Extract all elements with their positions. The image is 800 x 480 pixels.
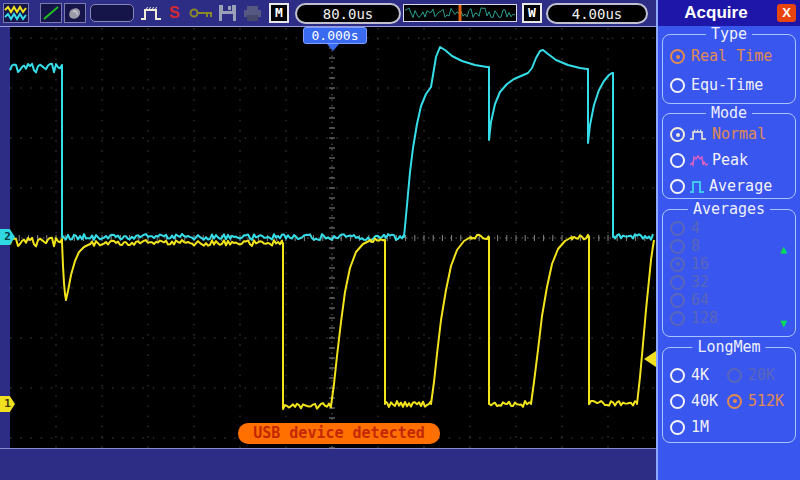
radio-icon <box>670 78 685 93</box>
radio-icon <box>670 239 685 254</box>
option-label: 128 <box>691 309 718 328</box>
graticule-area <box>10 27 656 448</box>
mode-section: Mode Normal Peak <box>662 113 796 199</box>
option-label: 1M <box>691 418 709 437</box>
radio-avg-8[interactable]: 8 <box>663 237 795 255</box>
time-offset-pointer-icon <box>327 44 339 51</box>
average-pulse-icon <box>689 179 705 194</box>
acquire-pulse-icon <box>140 3 164 23</box>
radio-icon <box>670 153 685 168</box>
bottom-status-bar: DC 20 1.00V DC 20 1.00V CH1 920mV 0.0000… <box>0 448 656 480</box>
option-label: 64 <box>691 291 709 310</box>
normal-pulse-icon <box>689 127 708 142</box>
top-status-bar: S M 80.0us W 4.00us <box>0 0 656 27</box>
radio-icon <box>670 221 685 236</box>
radio-avg-16[interactable]: 16 <box>663 255 795 273</box>
radio-icon <box>727 394 742 409</box>
key-lock-icon <box>189 6 215 20</box>
radio-icon <box>670 420 685 435</box>
option-label: 4K <box>691 366 709 385</box>
radio-1m[interactable]: 1M <box>663 414 725 440</box>
option-label: 4 <box>691 219 700 238</box>
option-label: 32 <box>691 273 709 292</box>
oscilloscope-ui: 0.000s 2 1 USB device detected S <box>0 0 800 480</box>
radio-avg-128[interactable]: 128 <box>663 309 795 327</box>
blank-slot <box>90 4 134 22</box>
radio-normal[interactable]: Normal <box>663 125 795 144</box>
option-label: Average <box>709 177 772 196</box>
radio-icon <box>670 275 685 290</box>
radio-peak[interactable]: Peak <box>663 151 795 170</box>
window-timebase-badge: W <box>522 3 542 23</box>
type-section-title: Type <box>706 26 752 42</box>
radio-icon <box>670 127 685 142</box>
channels-logo-icon <box>3 3 29 23</box>
averages-section: Averages 4 8 16 32 64 <box>662 209 796 337</box>
usb-toast-message: USB device detected <box>238 423 440 444</box>
scroll-up-icon[interactable]: ▲ <box>780 244 787 255</box>
option-label: 8 <box>691 237 700 256</box>
option-label: Equ-Time <box>691 76 763 95</box>
radio-icon <box>670 293 685 308</box>
time-offset-tab[interactable]: 0.000s <box>303 27 367 44</box>
longmem-section: LongMem 4K 40K 1M 20K <box>662 347 796 443</box>
radio-avg-32[interactable]: 32 <box>663 273 795 291</box>
type-section: Type Real Time Equ-Time <box>662 34 796 104</box>
line-tool-icon <box>40 3 62 23</box>
main-timebase-badge: M <box>269 3 289 23</box>
option-label: 512K <box>748 392 784 411</box>
option-label: 20K <box>748 366 775 385</box>
radio-icon <box>670 49 685 64</box>
averages-section-title: Averages <box>688 201 770 217</box>
radio-icon <box>670 394 685 409</box>
stop-run-indicator: S <box>169 4 180 22</box>
menu-header: Acquire X <box>658 0 800 26</box>
hand-icon <box>64 3 86 23</box>
option-label: Peak <box>712 151 748 170</box>
radio-avg-64[interactable]: 64 <box>663 291 795 309</box>
radio-40k[interactable]: 40K <box>663 388 725 414</box>
radio-icon <box>670 311 685 326</box>
option-label: 40K <box>691 392 718 411</box>
radio-icon <box>670 368 685 383</box>
radio-avg-4[interactable]: 4 <box>663 219 795 237</box>
menu-title: Acquire <box>658 3 774 23</box>
radio-icon <box>670 257 685 272</box>
scroll-down-icon[interactable]: ▼ <box>780 318 787 329</box>
radio-icon <box>727 368 742 383</box>
option-label: 16 <box>691 255 709 274</box>
radio-equ-time[interactable]: Equ-Time <box>663 76 795 95</box>
window-timebase-value[interactable]: 4.00us <box>546 3 648 24</box>
acquire-menu-panel: Acquire X Type Real Time Equ-Time Mode <box>656 0 800 480</box>
radio-20k[interactable]: 20K <box>725 362 795 388</box>
radio-real-time[interactable]: Real Time <box>663 47 795 66</box>
radio-4k[interactable]: 4K <box>663 362 725 388</box>
radio-512k[interactable]: 512K <box>725 388 795 414</box>
option-label: Real Time <box>691 47 772 66</box>
radio-average[interactable]: Average <box>663 177 795 196</box>
main-timebase-value[interactable]: 80.0us <box>295 3 401 24</box>
acquisition-preview-strip[interactable] <box>403 4 517 22</box>
close-icon[interactable]: X <box>777 4 796 22</box>
option-label: Normal <box>712 125 766 144</box>
printer-icon <box>243 5 263 22</box>
peak-pulse-icon <box>689 153 708 168</box>
save-floppy-icon <box>218 4 238 23</box>
longmem-section-title: LongMem <box>692 339 765 355</box>
mode-section-title: Mode <box>706 105 752 121</box>
radio-icon <box>670 179 685 194</box>
